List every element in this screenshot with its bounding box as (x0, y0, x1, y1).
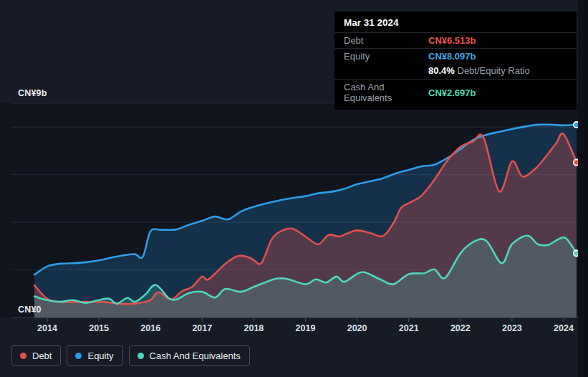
tooltip-equity-label: Equity (344, 51, 428, 62)
cash-and-equivalents-series-dot-icon (138, 353, 144, 359)
y-axis-max-label: CN¥9b (18, 88, 47, 98)
x-axis-year-label: 2021 (399, 323, 419, 333)
tooltip-cash-value: CN¥2.697b (428, 87, 476, 98)
x-axis-year-label: 2015 (89, 323, 109, 333)
tooltip-ratio-value: 80.4% (428, 65, 455, 76)
tooltip-ratio-label: Debt/Equity Ratio (458, 65, 530, 76)
tooltip-cash-label: Cash And Equivalents (344, 82, 428, 103)
x-axis-year-label: 2016 (140, 323, 160, 333)
x-axis-year-label: 2018 (244, 323, 264, 333)
legend-item-label: Debt (32, 350, 52, 361)
tooltip-row-ratio: 80.4% Debt/Equity Ratio (334, 64, 577, 79)
legend-item-label: Cash And Equivalents (150, 350, 241, 361)
chart-panel: 2014201520162017201820192020202120222023… (0, 0, 588, 377)
debt-series-dot-icon (20, 353, 26, 359)
tooltip-debt-label: Debt (344, 35, 428, 46)
x-axis-year-label: 2022 (450, 323, 471, 333)
equity-series-dot-icon (75, 353, 82, 359)
x-axis-year-label: 2019 (296, 323, 316, 333)
tooltip: Mar 31 2024 Debt CN¥6.513b Equity CN¥8.0… (334, 11, 577, 110)
legend-item-label: Equity (87, 350, 113, 361)
y-axis-min-label: CN¥0 (18, 305, 42, 315)
x-axis-year-label: 2017 (192, 323, 212, 333)
x-axis-year-label: 2023 (502, 323, 522, 333)
tooltip-row-debt: Debt CN¥6.513b (334, 32, 577, 48)
tooltip-row-cash: Cash And Equivalents CN¥2.697b (334, 79, 577, 105)
legend: DebtEquityCash And Equivalents (11, 345, 250, 366)
tooltip-row-equity: Equity CN¥8.097b (334, 48, 577, 64)
legend-item-cash-and-equivalents[interactable]: Cash And Equivalents (129, 345, 250, 366)
x-axis-year-label: 2014 (37, 323, 57, 333)
legend-item-debt[interactable]: Debt (11, 345, 61, 366)
legend-item-equity[interactable]: Equity (67, 345, 122, 366)
right-edge-strip (578, 0, 588, 377)
tooltip-equity-value: CN¥8.097b (428, 51, 476, 62)
tooltip-date: Mar 31 2024 (334, 11, 577, 32)
x-axis-year-label: 2024 (554, 323, 574, 333)
x-axis-year-label: 2020 (347, 323, 367, 333)
tooltip-debt-value: CN¥6.513b (428, 35, 476, 46)
